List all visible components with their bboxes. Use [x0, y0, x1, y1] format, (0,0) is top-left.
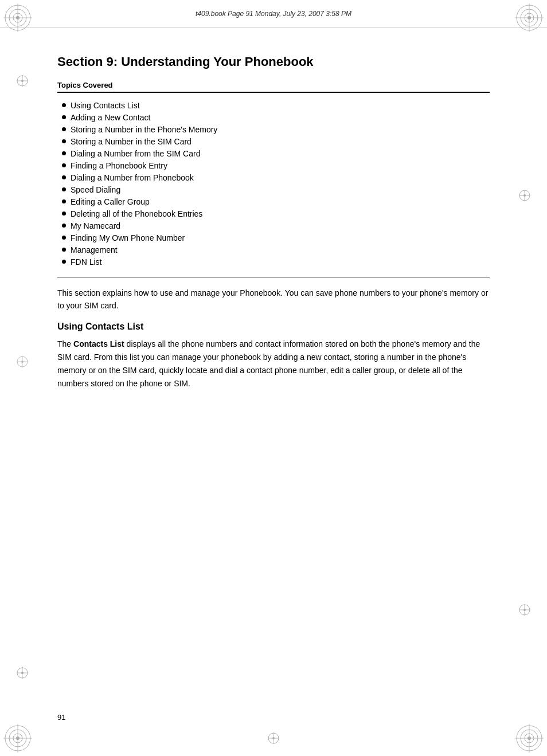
bullet-icon: [62, 163, 66, 167]
side-mark-left-bot: [16, 667, 29, 681]
reg-mark-bl: [2, 723, 33, 754]
bullet-icon: [62, 236, 66, 240]
body-text-bold: Contacts List: [73, 339, 124, 348]
bullet-icon: [62, 175, 66, 179]
topic-text: Finding My Own Phone Number: [71, 233, 185, 242]
topic-item-4: Dialing a Number from the SIM Card: [62, 149, 490, 158]
topic-text: Storing a Number in the Phone's Memory: [71, 125, 217, 134]
bullet-icon: [62, 224, 66, 228]
reg-mark-br: [514, 723, 545, 754]
content-area: Section 9: Understanding Your Phonebook …: [57, 32, 490, 722]
reg-mark-tl: [2, 2, 33, 33]
topic-item-13: FDN List: [62, 257, 490, 267]
side-mark-right-top: [518, 189, 531, 204]
reg-mark-tr: [514, 2, 545, 33]
side-mark-right-bot: [518, 604, 531, 618]
topic-text: Dialing a Number from the SIM Card: [71, 149, 200, 158]
page-container: t409.book Page 91 Monday, July 23, 2007 …: [0, 0, 547, 756]
section-divider: [57, 277, 490, 277]
topic-text: My Namecard: [71, 221, 120, 230]
topic-item-10: My Namecard: [62, 221, 490, 230]
topic-text: Management: [71, 245, 118, 254]
topic-item-2: Storing a Number in the Phone's Memory: [62, 125, 490, 134]
topic-item-1: Adding a New Contact: [62, 113, 490, 122]
bullet-icon: [62, 199, 66, 203]
topic-text: Storing a Number in the SIM Card: [71, 137, 192, 146]
bullet-icon: [62, 151, 66, 155]
topic-text: Dialing a Number from Phonebook: [71, 173, 194, 182]
topic-item-5: Finding a Phonebook Entry: [62, 161, 490, 170]
bullet-icon: [62, 115, 66, 119]
topic-text: Finding a Phonebook Entry: [71, 161, 167, 170]
bullet-icon: [62, 248, 66, 252]
bullet-icon: [62, 127, 66, 131]
intro-text: This section explains how to use and man…: [57, 287, 490, 312]
topic-item-3: Storing a Number in the SIM Card: [62, 137, 490, 146]
topic-item-8: Editing a Caller Group: [62, 197, 490, 206]
bullet-icon: [62, 211, 66, 216]
topic-text: Using Contacts List: [71, 101, 140, 110]
topics-label: Topics Covered: [57, 81, 490, 89]
topic-item-0: Using Contacts List: [62, 101, 490, 110]
topic-item-6: Dialing a Number from Phonebook: [62, 173, 490, 182]
bullet-icon: [62, 139, 66, 143]
topics-list: Using Contacts ListAdding a New ContactS…: [57, 101, 490, 267]
topic-item-12: Management: [62, 245, 490, 254]
side-mark-left-top: [16, 75, 29, 89]
side-mark-left-mid: [16, 355, 29, 370]
body-text: The Contacts List displays all the phone…: [57, 338, 490, 390]
topics-divider: [57, 92, 490, 93]
topic-text: Speed Dialing: [71, 185, 120, 194]
topic-text: Deleting all of the Phonebook Entries: [71, 209, 202, 218]
bullet-icon: [62, 260, 66, 264]
topic-item-7: Speed Dialing: [62, 185, 490, 194]
bullet-icon: [62, 103, 66, 107]
topic-text: Adding a New Contact: [71, 113, 150, 122]
subsection-title: Using Contacts List: [57, 322, 490, 332]
topic-text: FDN List: [71, 257, 101, 267]
topic-item-9: Deleting all of the Phonebook Entries: [62, 209, 490, 218]
header-bar: t409.book Page 91 Monday, July 23, 2007 …: [0, 0, 547, 28]
section-title: Section 9: Understanding Your Phonebook: [57, 54, 490, 69]
header-text: t409.book Page 91 Monday, July 23, 2007 …: [196, 10, 351, 18]
bottom-center-mark: [267, 732, 280, 747]
topic-item-11: Finding My Own Phone Number: [62, 233, 490, 242]
bullet-icon: [62, 187, 66, 191]
body-text-before: The: [57, 339, 73, 348]
topic-text: Editing a Caller Group: [71, 197, 150, 206]
